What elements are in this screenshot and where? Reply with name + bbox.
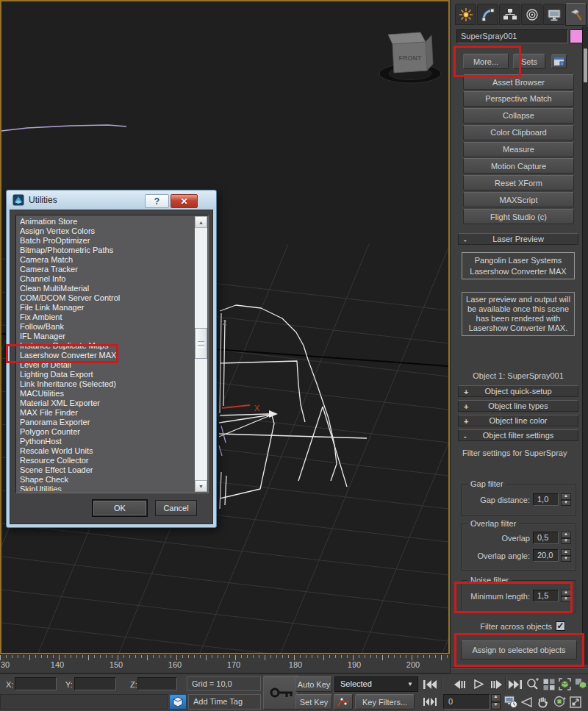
gap-distance-field[interactable]: 1,0 <box>533 493 559 506</box>
tab-utilities[interactable] <box>565 3 587 26</box>
overlap-field[interactable]: 0,5 <box>533 532 559 544</box>
utility-list-item[interactable]: Polygon Counter <box>18 427 194 437</box>
zoom-extents-selected-button[interactable] <box>557 676 573 692</box>
utility-button[interactable]: Color Clipboard <box>463 125 574 140</box>
utility-list-item[interactable]: Shape Check <box>18 475 194 485</box>
utility-list-item[interactable]: IFL Manager <box>18 332 194 341</box>
overlap-spinner[interactable]: ▲▼ <box>561 532 571 544</box>
go-to-end-button[interactable] <box>506 676 524 692</box>
utility-button[interactable]: Collapse <box>463 108 574 124</box>
utility-list-item[interactable]: Lighting Data Export <box>18 370 194 379</box>
utility-list-item[interactable]: Rescale World Units <box>18 446 194 456</box>
utility-list-item[interactable]: Link Inheritance (Selected) <box>18 379 194 389</box>
gap-distance-spinner[interactable]: ▲▼ <box>561 493 571 506</box>
x-coordinate-field[interactable] <box>15 677 57 690</box>
scroll-up-button[interactable]: ▲ <box>195 216 207 228</box>
add-time-tag[interactable]: Add Time Tag <box>188 694 261 710</box>
overlap-angle-spinner[interactable]: ▲▼ <box>561 549 571 562</box>
utility-list-item[interactable]: File Link Manager <box>18 303 194 312</box>
viewcube[interactable]: FRONT <box>379 32 441 83</box>
utility-list-item[interactable]: Camera Tracker <box>18 265 194 274</box>
utility-button[interactable]: Perspective Match <box>463 91 574 107</box>
z-coordinate-field[interactable] <box>137 677 177 690</box>
rollout-header[interactable]: + Object quick-setup <box>458 385 578 397</box>
utility-list-item[interactable]: Material XML Exporter <box>18 399 194 408</box>
utility-button[interactable]: MAXScript <box>463 192 574 207</box>
utility-list-item[interactable]: Resource Collector <box>18 456 194 465</box>
utilities-listbox[interactable]: Animation StoreAssign Vertex ColorsBatch… <box>15 215 209 493</box>
minimum-length-field[interactable]: 1,5 <box>533 590 559 602</box>
keyboard-shortcut-override-toggle[interactable] <box>263 676 299 710</box>
zoom-all-button[interactable] <box>541 676 556 692</box>
utility-button[interactable]: Reset XForm <box>463 175 574 190</box>
list-scrollbar-thumb[interactable] <box>195 328 207 359</box>
utility-list-item[interactable]: COM/DCOM Server Control <box>18 293 194 303</box>
utility-list-item[interactable]: MAX File Finder <box>18 408 194 418</box>
tab-display[interactable] <box>543 4 564 25</box>
utility-list-item[interactable]: Fix Ambient <box>18 312 194 322</box>
go-to-start-button[interactable] <box>420 676 440 692</box>
utility-button[interactable]: Measure <box>463 142 574 157</box>
sets-button[interactable]: Sets <box>513 54 545 69</box>
utility-list-item[interactable]: Batch ProOptimizer <box>18 236 194 246</box>
panel-scrollbar[interactable] <box>582 26 588 665</box>
ok-button[interactable]: OK <box>93 500 147 516</box>
filter-across-objects-checkbox[interactable]: ✓ <box>556 621 565 631</box>
tab-hierarchy[interactable] <box>499 4 520 25</box>
utility-button[interactable]: Asset Browser <box>463 74 574 90</box>
pan-button[interactable] <box>535 694 551 710</box>
key-mode-toggle[interactable] <box>420 694 440 710</box>
utility-list-item[interactable]: Camera Match <box>18 255 194 265</box>
utility-list-item[interactable]: SkinUtilities <box>18 485 194 491</box>
set-key-button[interactable]: Set Key <box>295 694 332 710</box>
field-of-view-button[interactable] <box>519 694 534 710</box>
rollout-header[interactable]: + Object line types <box>458 400 578 412</box>
current-frame-field[interactable]: 0 <box>443 694 490 710</box>
zoom-extents-all-button[interactable] <box>573 676 588 692</box>
zoom-button[interactable] <box>524 676 540 692</box>
assign-to-selected-objects-button[interactable]: Assign to selected objects <box>461 640 577 660</box>
more-button[interactable]: More... <box>463 54 509 69</box>
panel-scrollbar-thumb[interactable] <box>584 49 587 82</box>
time-configuration-button[interactable] <box>503 694 518 710</box>
utility-list-item[interactable]: Lasershow Converter MAX <box>18 351 194 360</box>
orbit-button[interactable] <box>551 694 567 710</box>
dialog-close-button[interactable]: ✕ <box>171 194 198 208</box>
superspray-wireframe[interactable] <box>219 305 367 509</box>
y-coordinate-field[interactable] <box>74 677 116 690</box>
auto-key-button[interactable]: Auto Key <box>295 676 332 692</box>
next-frame-button[interactable] <box>487 676 505 692</box>
utility-list-item[interactable]: MACUtilities <box>18 389 194 399</box>
dialog-help-button[interactable]: ? <box>145 194 169 208</box>
utility-list-item[interactable]: Animation Store <box>18 217 194 226</box>
current-frame-spinner[interactable]: ▲▼ <box>491 694 501 710</box>
utility-list-item[interactable]: Channel Info <box>18 274 194 284</box>
rollout-header[interactable]: + Object line color <box>458 415 578 426</box>
scroll-down-button[interactable]: ▼ <box>195 480 207 492</box>
play-button[interactable] <box>471 676 487 692</box>
utility-button[interactable]: Motion Capture <box>463 158 574 174</box>
overlap-angle-field[interactable]: 20,0 <box>533 549 559 562</box>
maximize-viewport-toggle[interactable] <box>567 694 584 710</box>
utility-list-item[interactable]: Scene Effect Loader <box>18 465 194 475</box>
key-tangents-button[interactable] <box>334 694 353 710</box>
key-filters-button[interactable]: Key Filters... <box>355 694 415 710</box>
timeline-ruler[interactable]: 30140150160170180190200 <box>0 654 450 674</box>
configure-button-sets-button[interactable] <box>551 54 567 68</box>
tab-create[interactable] <box>455 4 476 25</box>
key-filter-dropdown[interactable]: Selected ▼ <box>334 676 418 692</box>
list-scrollbar[interactable]: ▲ ▼ <box>195 216 207 492</box>
utility-list-item[interactable]: PythonHost <box>18 437 194 446</box>
object-name-field[interactable]: SuperSpray001 <box>456 29 568 43</box>
cancel-button[interactable]: Cancel <box>155 500 197 516</box>
utility-list-item[interactable]: Clean MultiMaterial <box>18 284 194 293</box>
rollout-header[interactable]: - Object filter settings <box>458 429 578 441</box>
utility-list-item[interactable]: Instance Duplicate Maps <box>18 341 194 351</box>
isolate-selection-toggle[interactable] <box>169 694 187 710</box>
utility-list-item[interactable]: Panorama Exporter <box>18 418 194 427</box>
utility-list-item[interactable]: Assign Vertex Colors <box>18 226 194 236</box>
previous-frame-button[interactable] <box>451 676 469 692</box>
utility-list-item[interactable]: Bitmap/Photometric Paths <box>18 246 194 255</box>
rollout-laser-preview[interactable]: - Laser Preview <box>458 233 578 245</box>
tab-motion[interactable] <box>521 4 542 25</box>
